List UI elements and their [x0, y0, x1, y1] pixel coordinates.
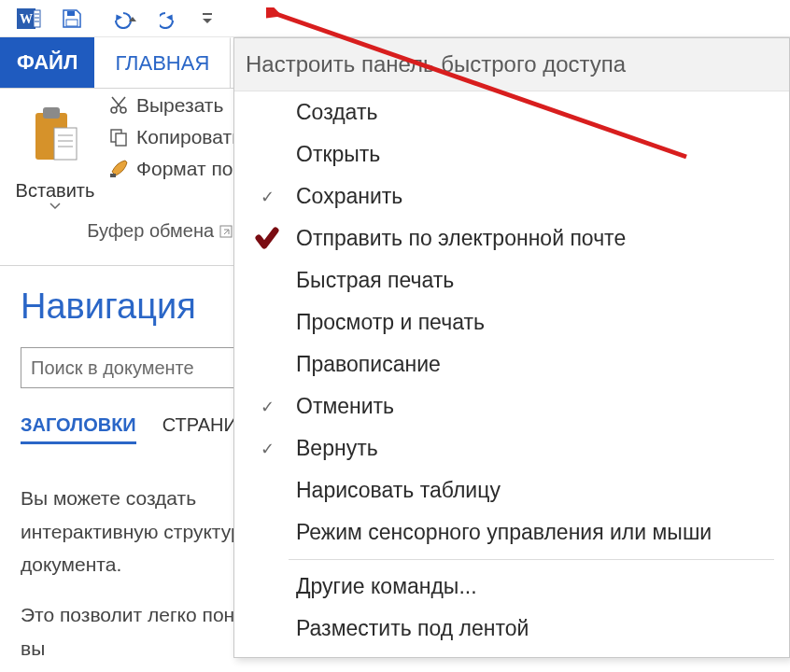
menu-item-label: Просмотр и печать: [296, 310, 485, 335]
menu-item-label: Правописание: [296, 352, 441, 377]
copy-icon: [108, 127, 129, 147]
menu-item-label: Вернуть: [296, 436, 378, 461]
menu-item-more-commands[interactable]: Другие команды...: [234, 566, 789, 608]
menu-item-undo[interactable]: ✓ Отменить: [234, 385, 789, 427]
menu-separator: [289, 559, 774, 560]
menu-item-label: Создать: [296, 100, 377, 125]
menu-item-label: Режим сенсорного управления или мыши: [296, 520, 712, 545]
check-icon: ✓: [261, 439, 275, 459]
cut-label: Вырезать: [136, 94, 223, 117]
menu-item-redo[interactable]: ✓ Вернуть: [234, 427, 789, 469]
menu-item-quick-print[interactable]: Быстрая печать: [234, 259, 789, 301]
tab-file-label: ФАЙЛ: [17, 50, 78, 75]
svg-rect-21: [110, 174, 116, 177]
svg-rect-2: [34, 10, 40, 27]
menu-title: Настроить панель быстрого доступа: [234, 38, 789, 91]
chevron-down-icon: [49, 202, 61, 211]
svg-rect-7: [66, 20, 78, 26]
paste-icon: [23, 94, 87, 178]
scissors-icon: [108, 95, 129, 116]
menu-item-label: Сохранить: [296, 184, 402, 209]
paste-label: Вставить: [16, 180, 95, 202]
customize-qat-icon[interactable]: [198, 1, 217, 36]
svg-rect-6: [67, 11, 75, 16]
customize-qat-menu: Настроить панель быстрого доступа Создат…: [233, 37, 790, 658]
tab-file[interactable]: ФАЙЛ: [0, 37, 94, 88]
svg-text:W: W: [20, 12, 33, 26]
cursor-check-icon: [251, 227, 283, 251]
menu-item-touch-mouse-mode[interactable]: Режим сенсорного управления или мыши: [234, 511, 789, 553]
quick-access-toolbar: W: [0, 0, 790, 37]
menu-item-save[interactable]: ✓ Сохранить: [234, 175, 789, 217]
menu-item-new[interactable]: Создать: [234, 91, 789, 133]
menu-item-label: Отменить: [296, 394, 394, 419]
menu-item-label: Отправить по электронной почте: [296, 226, 626, 251]
svg-rect-11: [54, 128, 77, 160]
menu-item-email[interactable]: Отправить по электронной почте: [234, 217, 789, 259]
paste-button[interactable]: Вставить: [7, 94, 103, 211]
dialog-launcher-icon[interactable]: [219, 225, 233, 238]
menu-item-label: Открыть: [296, 142, 380, 167]
search-placeholder: Поиск в документе: [31, 357, 194, 379]
tab-home-label: ГЛАВНАЯ: [115, 51, 209, 76]
word-app-icon[interactable]: W: [11, 1, 47, 36]
menu-item-below-ribbon[interactable]: Разместить под лентой: [234, 608, 789, 650]
menu-item-label: Разместить под лентой: [296, 616, 529, 641]
menu-item-spelling[interactable]: Правописание: [234, 343, 789, 385]
tab-home[interactable]: ГЛАВНАЯ: [94, 37, 231, 88]
nav-body-line: сейчас находитесь, а также быстро: [21, 665, 316, 672]
clipboard-group-label: Буфер обмена: [87, 220, 214, 242]
save-icon[interactable]: [54, 1, 90, 36]
svg-rect-20: [116, 133, 126, 146]
menu-item-draw-table[interactable]: Нарисовать таблицу: [234, 469, 789, 511]
nav-tab-headings[interactable]: ЗАГОЛОВКИ: [21, 414, 136, 444]
menu-item-label: Нарисовать таблицу: [296, 478, 501, 503]
menu-item-open[interactable]: Открыть: [234, 133, 789, 175]
menu-item-label: Быстрая печать: [296, 268, 454, 293]
svg-rect-8: [203, 13, 212, 15]
menu-item-label: Другие команды...: [296, 574, 477, 599]
check-icon: ✓: [261, 397, 275, 417]
menu-item-print-preview[interactable]: Просмотр и печать: [234, 301, 789, 343]
svg-rect-10: [43, 107, 60, 119]
redo-icon[interactable]: [153, 1, 189, 36]
undo-icon[interactable]: [97, 1, 146, 36]
copy-label: Копировать: [136, 126, 242, 148]
paintbrush-icon: [108, 159, 129, 179]
svg-rect-22: [220, 226, 232, 237]
check-icon: ✓: [261, 187, 275, 207]
